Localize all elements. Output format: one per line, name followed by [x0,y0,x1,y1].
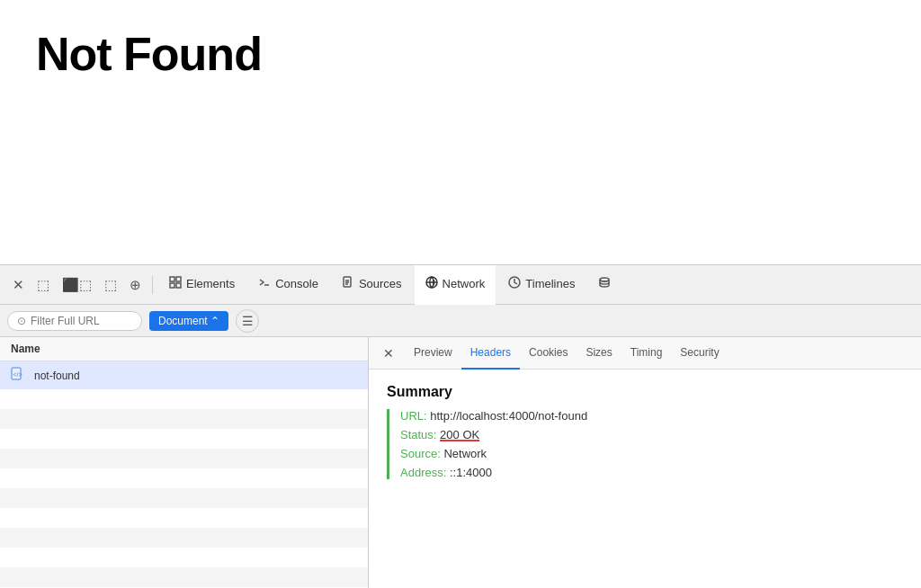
network-icon [425,276,438,291]
source-label: Source: [400,447,441,460]
devtools-filter-bar: ⊙ Document ⌃ ☰ [0,305,921,337]
tab-preview[interactable]: Preview [405,337,461,370]
crosshair-icon: ⊕ [130,277,141,293]
filter-input[interactable] [31,315,130,327]
svg-rect-0 [170,277,174,281]
url-value: http://localhost:4000/not-found [430,409,587,423]
request-list-header: Name [0,337,368,361]
summary-fields: URL: http://localhost:4000/not-found Sta… [387,409,903,479]
details-tabs: ✕ Preview Headers Cookies Sizes Timing [369,337,921,370]
close-icon: ✕ [13,277,24,293]
tab-sources[interactable]: Sources [331,265,413,305]
svg-rect-3 [176,283,181,288]
name-column-header: Name [11,343,40,355]
preview-tab-label: Preview [414,346,452,359]
source-value: Network [443,447,487,460]
dock-icon: ⬚ [104,277,117,293]
status-value: 200 OK [440,428,479,441]
summary-address-row: Address: ::1:4000 [400,466,903,479]
tab-timelines[interactable]: Timelines [497,265,586,305]
headers-tab-label: Headers [470,346,511,359]
tab-console[interactable]: Console [247,265,329,305]
summary-source-row: Source: Network [400,447,903,460]
console-icon [258,276,271,291]
svg-rect-1 [176,277,181,281]
security-tab-label: Security [680,346,719,359]
address-value: ::1:4000 [450,466,492,479]
elements-icon [169,276,182,291]
close-devtools-button[interactable]: ✕ [7,273,30,297]
sources-icon [342,276,354,291]
summary-url-row: URL: http://localhost:4000/not-found [400,409,903,423]
summary-title: Summary [387,384,903,400]
filter-list-button[interactable]: ☰ [236,309,259,333]
target-button[interactable]: ⊕ [124,273,147,297]
document-filter-label: Document ⌃ [158,315,219,327]
document-filter-button[interactable]: Document ⌃ [149,311,228,331]
tab-security[interactable]: Security [671,337,728,370]
page-content: Not Found [0,0,921,264]
sources-label: Sources [359,277,402,290]
tab-cookies[interactable]: Cookies [520,337,577,370]
status-label: Status: [400,428,436,441]
filter-icon: ⊙ [17,315,26,327]
network-label: Network [443,277,486,290]
tab-network[interactable]: Network [415,265,496,305]
page-title: Not Found [36,27,885,81]
svg-rect-2 [170,283,174,288]
timelines-icon [508,276,521,291]
tab-elements[interactable]: Elements [158,265,246,305]
url-label: URL: [400,409,427,423]
split-view-icon: ⬛⬚ [62,277,92,293]
details-content: Summary URL: http://localhost:4000/not-f… [369,370,921,588]
storage-icon [598,276,611,291]
tab-sizes[interactable]: Sizes [577,337,621,370]
devtools-main: Name </> not-found ✕ [0,337,921,588]
dock-button[interactable]: ⬚ [99,273,122,297]
sizes-tab-label: Sizes [586,346,612,359]
tab-storage[interactable] [587,265,621,305]
devtools-toolbar: ✕ ⬚ ⬛⬚ ⬚ ⊕ Elements [0,265,921,305]
svg-text:</>: </> [13,371,22,378]
tab-timing[interactable]: Timing [621,337,672,370]
summary-status-row: Status: 200 OK [400,428,903,441]
timing-tab-label: Timing [630,346,663,359]
devtools-panel: ✕ ⬚ ⬛⬚ ⬚ ⊕ Elements [0,264,921,588]
request-item[interactable]: </> not-found [0,361,368,389]
request-list-panel: Name </> not-found [0,337,369,588]
inspect-element-button[interactable]: ⬚ [31,273,55,297]
filter-input-wrapper: ⊙ [7,311,142,331]
toolbar-separator-1 [152,276,153,294]
split-view-button[interactable]: ⬛⬚ [57,273,97,297]
timelines-label: Timelines [525,277,575,290]
console-label: Console [275,277,318,290]
elements-label: Elements [186,277,235,290]
details-panel: ✕ Preview Headers Cookies Sizes Timing [369,337,921,588]
element-inspect-icon: ⬚ [37,277,49,293]
request-name: not-found [34,370,80,382]
filter-list-icon: ☰ [242,314,254,328]
list-filler [0,389,368,588]
tab-headers[interactable]: Headers [461,337,520,370]
request-file-icon: </> [11,367,27,384]
details-close-icon: ✕ [383,346,394,361]
details-close-button[interactable]: ✕ [376,343,401,364]
address-label: Address: [400,466,446,479]
cookies-tab-label: Cookies [529,346,568,359]
